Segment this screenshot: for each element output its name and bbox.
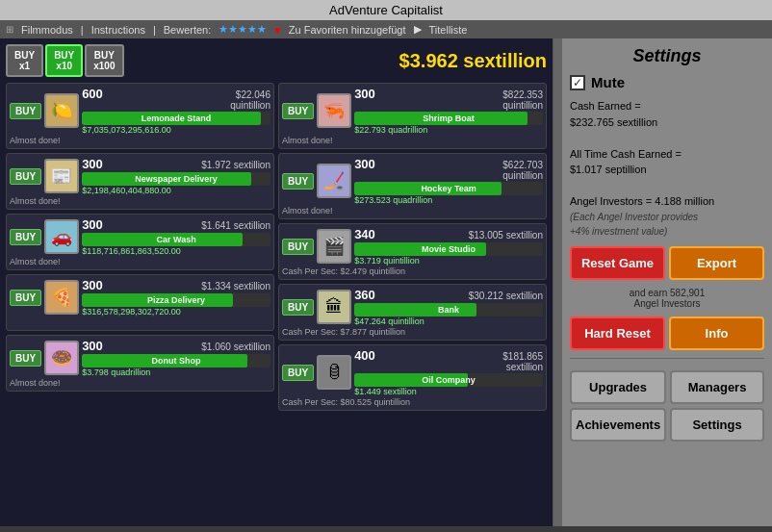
instructions-label[interactable]: Instructions xyxy=(91,24,145,36)
business-item-lemonade: BUY 🍋 600 $22.046quintillion Lemonade St… xyxy=(6,83,274,149)
business-item-hockey: BUY 🏒 300 $622.703quintillion Hockey Tea… xyxy=(278,153,547,219)
business-item-carwash: BUY 🚗 300 $1.641 sextillion Car Wash xyxy=(6,214,274,270)
pizza-count: 300 xyxy=(82,278,103,292)
angel-label: Angel Investors = 4.188 million xyxy=(570,193,764,210)
lemonade-value: $7,035,073,295,616.00 xyxy=(82,125,270,135)
achievements-button[interactable]: Achievements xyxy=(570,408,666,442)
mute-checkbox[interactable]: ✓ xyxy=(570,75,585,90)
stars-display[interactable]: ★★★★★ xyxy=(219,23,267,36)
settings-button[interactable]: Settings xyxy=(670,408,764,442)
bank-earnings: $30.212 sextillion xyxy=(469,291,543,301)
business-item-bank: BUY 🏛 360 $30.212 sextillion Bank $ xyxy=(278,284,547,341)
business-item-oil: BUY 🛢 400 $181.865sextillion Oil Company xyxy=(278,344,547,411)
all-time-label: All Time Cash Earned = xyxy=(570,146,764,163)
newspaper-earnings: $1.972 sextillion xyxy=(201,160,270,170)
export-button[interactable]: Export xyxy=(669,246,764,280)
movie-earnings: $13.005 sextillion xyxy=(469,230,543,241)
toolbar-icon: ⊞ xyxy=(6,24,13,35)
info-button[interactable]: Info xyxy=(669,317,764,350)
buy-carwash-btn[interactable]: BUY xyxy=(10,229,41,245)
hard-reset-button[interactable]: Hard Reset xyxy=(570,317,665,350)
hockey-status: Almost done! xyxy=(282,206,543,215)
mute-label: Mute xyxy=(591,74,625,90)
newspaper-count: 300 xyxy=(82,157,103,171)
filmmodus-label[interactable]: Filmmodus xyxy=(21,24,73,36)
mute-row: ✓ Mute xyxy=(570,74,764,90)
movie-value: $3.719 quintillion xyxy=(354,256,543,266)
hockey-icon: 🏒 xyxy=(317,164,351,198)
oil-count: 400 xyxy=(354,348,375,363)
donut-count: 300 xyxy=(82,339,103,353)
buy-x1-button[interactable]: BUYx1 xyxy=(6,44,43,77)
toolbar-separator: | xyxy=(81,24,84,36)
newspaper-status: Almost done! xyxy=(10,196,270,206)
newspaper-value: $2,198,460,404,880.00 xyxy=(82,186,270,195)
business-item-movie: BUY 🎬 340 $13.005 sextillion Movie Studi… xyxy=(278,223,547,280)
movie-status: Cash Per Sec: $2.479 quintillion xyxy=(282,266,543,276)
buy-shrimp-btn[interactable]: BUY xyxy=(282,103,314,119)
cash-earned-label: Cash Earned = xyxy=(570,98,764,114)
stats-section: Cash Earned = $232.765 sextillion All Ti… xyxy=(570,98,764,239)
buy-x10-button[interactable]: BUYx10 xyxy=(45,44,83,77)
oil-value: $1.449 sextillion xyxy=(354,387,543,396)
cash-earned-value: $232.765 sextillion xyxy=(570,114,764,131)
toolbar-separator3: ▶ xyxy=(414,23,422,36)
left-businesses: BUY 🍋 600 $22.046quintillion Lemonade St… xyxy=(6,83,274,411)
action-buttons: Reset Game Export xyxy=(570,246,764,280)
buy-lemonade-btn[interactable]: BUY xyxy=(10,103,41,119)
shrimp-count: 300 xyxy=(354,87,375,101)
donut-status: Almost done! xyxy=(10,378,270,388)
buy-buttons: BUYx1 BUYx10 BUYx100 xyxy=(6,44,124,77)
buy-x100-button[interactable]: BUYx100 xyxy=(85,44,123,77)
import-buttons: Hard Reset Info xyxy=(570,317,764,350)
newspaper-icon: 📰 xyxy=(44,159,79,193)
hockey-count: 300 xyxy=(354,157,375,171)
donut-icon: 🍩 xyxy=(44,341,79,375)
bewerten-label: Bewerten: xyxy=(164,24,212,36)
upgrades-button[interactable]: Upgrades xyxy=(570,370,666,404)
movie-icon: 🎬 xyxy=(317,229,351,264)
bank-status: Cash Per Sec: $7.877 quintillion xyxy=(282,327,543,337)
bank-value: $47.264 quintillion xyxy=(354,317,543,326)
toolbar: ⊞ Filmmodus | Instructions | Bewerten: ★… xyxy=(0,20,772,38)
buy-pizza-btn[interactable]: BUY xyxy=(10,290,41,306)
bank-icon: 🏛 xyxy=(317,290,351,324)
buy-donut-btn[interactable]: BUY xyxy=(10,350,41,367)
buy-oil-btn[interactable]: BUY xyxy=(282,365,314,381)
game-area: BUYx1 BUYx10 BUYx100 $3.962 sextillion B… xyxy=(0,38,553,526)
titelliste-label[interactable]: Titelliste xyxy=(429,24,468,36)
earn-angels-line2: Angel Investors xyxy=(634,298,701,309)
bottom-buttons: Upgrades Managers Achievements Settings xyxy=(570,370,764,442)
movie-count: 340 xyxy=(354,227,375,241)
buy-bank-btn[interactable]: BUY xyxy=(282,299,314,316)
business-item-shrimp: BUY 🦐 300 $822.353quintillion Shrimp Boa… xyxy=(278,83,547,149)
carwash-count: 300 xyxy=(82,217,103,232)
buy-hockey-btn[interactable]: BUY xyxy=(282,173,314,190)
all-time-value: $1.017 septillion xyxy=(570,162,764,178)
managers-button[interactable]: Managers xyxy=(670,370,764,404)
carwash-icon: 🚗 xyxy=(44,219,79,254)
shrimp-value: $22.793 quadrillion xyxy=(354,125,543,135)
carwash-earnings: $1.641 sextillion xyxy=(201,220,270,231)
oil-status: Cash Per Sec: $80.525 quintillion xyxy=(282,397,543,407)
main-content: BUYx1 BUYx10 BUYx100 $3.962 sextillion B… xyxy=(0,38,772,526)
lemonade-count: 600 xyxy=(82,87,103,101)
settings-title: Settings xyxy=(570,46,764,66)
shrimp-status: Almost done! xyxy=(282,136,543,145)
business-item-newspaper: BUY 📰 300 $1.972 sextillion Newspaper De… xyxy=(6,153,274,210)
earn-angels-text: and earn 582,901 Angel Investors xyxy=(570,288,764,309)
business-item-donut: BUY 🍩 300 $1.060 sextillion Donut Shop xyxy=(6,335,274,392)
scrollbar[interactable] xyxy=(553,38,560,526)
business-item-pizza: BUY 🍕 300 $1.334 sextillion Pizza Delive… xyxy=(6,274,274,331)
toolbar-separator2: | xyxy=(153,24,156,36)
reset-game-button[interactable]: Reset Game xyxy=(570,246,665,280)
businesses-grid: BUY 🍋 600 $22.046quintillion Lemonade St… xyxy=(6,83,547,411)
window-title: AdVenture Capitalist xyxy=(329,3,443,17)
lemonade-status: Almost done! xyxy=(10,136,270,145)
buy-newspaper-btn[interactable]: BUY xyxy=(10,168,41,185)
buy-controls: BUYx1 BUYx10 BUYx100 $3.962 sextillion xyxy=(6,44,547,77)
oil-icon: 🛢 xyxy=(317,355,351,390)
angel-note: (Each Angel Investor provides xyxy=(570,210,764,224)
favoriten-label[interactable]: Zu Favoriten hinzugefügt xyxy=(289,24,406,36)
buy-movie-btn[interactable]: BUY xyxy=(282,239,314,255)
